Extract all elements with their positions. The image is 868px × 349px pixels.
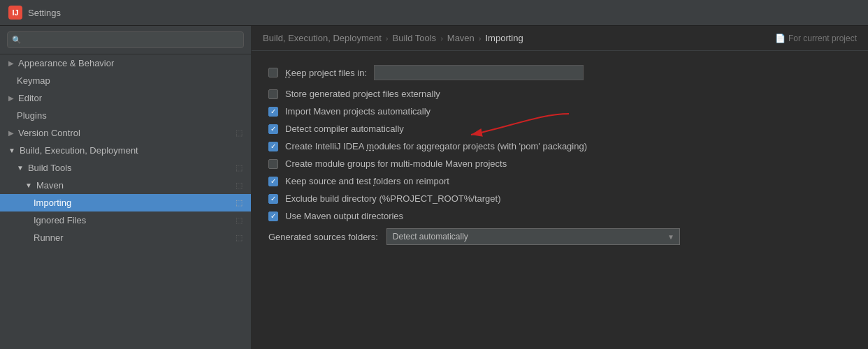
copy-icon: ⬚ — [236, 181, 243, 190]
setting-create-module-groups: Create module groups for multi-module Ma… — [268, 158, 851, 169]
copy-icon: ⬚ — [236, 198, 243, 207]
app-icon: IJ — [8, 6, 22, 20]
arrow-icon: ▶ — [8, 94, 14, 102]
copy-icon: ⬚ — [236, 128, 243, 138]
generated-sources-label: Generated sources folders: — [268, 232, 378, 242]
project-files-input[interactable] — [374, 65, 584, 80]
sidebar-item-label: Appearance & Behavior — [18, 58, 114, 68]
setting-import-maven: Import Maven projects automatically — [268, 106, 851, 117]
sidebar-item-label: Importing — [34, 198, 71, 208]
main-layout: 🔍 ▶ Appearance & Behavior Keymap ▶ Edito… — [0, 26, 868, 349]
checkbox-label-store-generated: Store generated project files externally — [285, 89, 440, 99]
search-input[interactable] — [7, 31, 244, 48]
sidebar-item-version-control[interactable]: ▶ Version Control ⬚ — [0, 124, 251, 142]
breadcrumb-item-0: Build, Execution, Deployment — [263, 33, 382, 43]
sidebar-item-label: Ignored Files — [34, 215, 86, 225]
checkbox-exclude-build[interactable] — [268, 194, 278, 204]
checkbox-label-create-module-groups: Create module groups for multi-module Ma… — [285, 158, 507, 169]
sidebar-item-editor[interactable]: ▶ Editor — [0, 89, 251, 107]
arrow-icon: ▼ — [17, 164, 24, 172]
dropdown-wrapper: Detect automatically Don't detect Each g… — [386, 228, 680, 245]
content-area: Build, Execution, Deployment › Build Too… — [252, 26, 868, 349]
checkbox-label-keep-source: Keep source and test folders on reimport — [285, 176, 449, 186]
setting-detect-compiler: Detect compiler automatically — [268, 124, 851, 134]
sidebar-item-label: Runner — [34, 232, 64, 243]
sidebar-item-label: Build, Execution, Deployment — [20, 145, 138, 156]
setting-exclude-build: Exclude build directory (%PROJECT_ROOT%/… — [268, 193, 851, 204]
sidebar-item-appearance[interactable]: ▶ Appearance & Behavior — [0, 54, 251, 72]
checkbox-label-use-maven-output: Use Maven output directories — [285, 211, 403, 221]
sidebar-item-label: Plugins — [17, 110, 47, 121]
checkbox-create-module-groups[interactable] — [268, 159, 278, 169]
title-bar: IJ Settings — [0, 0, 868, 26]
for-current-project-label: For current project — [788, 34, 857, 43]
sidebar-item-label: Build Tools — [28, 163, 72, 173]
checkbox-label-import-maven: Import Maven projects automatically — [285, 106, 431, 117]
checkbox-import-maven[interactable] — [268, 107, 278, 117]
breadcrumb-item-3: Importing — [486, 33, 523, 43]
copy-icon: ⬚ — [236, 233, 243, 242]
sidebar-item-label: Keymap — [17, 75, 50, 86]
sidebar-item-build-tools[interactable]: ▼ Build Tools ⬚ — [0, 159, 251, 177]
sidebar-item-plugins[interactable]: Plugins — [0, 107, 251, 124]
search-box: 🔍 — [0, 26, 251, 54]
arrow-icon: ▶ — [8, 129, 14, 137]
checkbox-use-maven-output[interactable] — [268, 211, 278, 221]
checkbox-create-modules[interactable] — [268, 142, 278, 151]
setting-store-generated: Store generated project files externally — [268, 89, 851, 99]
arrow-icon: ▼ — [25, 181, 32, 189]
breadcrumb-bar: Build, Execution, Deployment › Build Too… — [252, 26, 868, 51]
checkbox-keep-project-files[interactable] — [268, 68, 278, 77]
sidebar-item-label: Version Control — [18, 128, 80, 138]
arrow-icon: ▶ — [8, 59, 14, 67]
sidebar-item-label: Editor — [18, 93, 42, 103]
checkbox-keep-source[interactable] — [268, 177, 278, 186]
search-icon: 🔍 — [12, 36, 22, 45]
copy-icon: ⬚ — [236, 163, 243, 172]
breadcrumb-separator: › — [440, 34, 443, 43]
generated-sources-dropdown[interactable]: Detect automatically Don't detect Each g… — [386, 228, 680, 245]
sidebar-item-build-exec-deploy[interactable]: ▼ Build, Execution, Deployment — [0, 142, 251, 159]
setting-use-maven-output: Use Maven output directories — [268, 211, 851, 221]
breadcrumb-separator: › — [386, 34, 389, 43]
copy-icon: ⬚ — [236, 216, 243, 225]
sidebar-item-runner[interactable]: Runner ⬚ — [0, 229, 251, 246]
checkbox-store-generated[interactable] — [268, 89, 278, 99]
sidebar-item-label: Maven — [36, 180, 64, 191]
project-icon: 📄 — [775, 34, 786, 43]
sidebar-item-ignored-files[interactable]: Ignored Files ⬚ — [0, 211, 251, 229]
setting-keep-source: Keep source and test folders on reimport — [268, 176, 851, 186]
checkbox-label-exclude-build: Exclude build directory (%PROJECT_ROOT%/… — [285, 193, 500, 204]
sidebar-item-importing[interactable]: Importing ⬚ — [0, 194, 251, 211]
checkbox-detect-compiler[interactable] — [268, 124, 278, 134]
breadcrumb-item-2: Maven — [447, 33, 475, 43]
setting-create-modules: Create IntelliJ IDEA modules for aggrega… — [268, 141, 851, 151]
settings-panel: Keep project files in: Store generated p… — [252, 51, 868, 349]
breadcrumb: Build, Execution, Deployment › Build Too… — [263, 33, 523, 43]
breadcrumb-item-1: Build Tools — [392, 33, 436, 43]
app-title: Settings — [28, 8, 61, 18]
sidebar: 🔍 ▶ Appearance & Behavior Keymap ▶ Edito… — [0, 26, 252, 349]
setting-generated-sources: Generated sources folders: Detect automa… — [268, 228, 851, 245]
arrow-icon: ▼ — [8, 147, 15, 154]
breadcrumb-separator: › — [479, 34, 482, 43]
checkbox-label-keep-project-files: Keep project files in: — [285, 68, 367, 78]
sidebar-item-maven[interactable]: ▼ Maven ⬚ — [0, 177, 251, 194]
checkbox-label-detect-compiler: Detect compiler automatically — [285, 124, 404, 134]
sidebar-item-keymap[interactable]: Keymap — [0, 72, 251, 89]
checkbox-label-create-modules: Create IntelliJ IDEA modules for aggrega… — [285, 141, 587, 151]
setting-keep-project-files: Keep project files in: — [268, 65, 851, 80]
for-current-project: 📄 For current project — [775, 34, 857, 43]
